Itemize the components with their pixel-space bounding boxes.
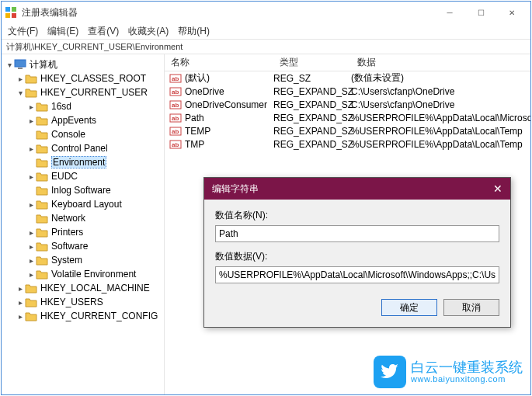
svg-text:ab: ab — [172, 75, 179, 82]
svg-rect-1 — [12, 7, 16, 12]
value-data-input[interactable] — [215, 266, 499, 283]
value-type: REG_SZ — [273, 73, 351, 84]
close-icon[interactable]: ✕ — [493, 182, 502, 195]
tree-pane[interactable]: ▾ 计算机 ▸HKEY_CLASSES_ROOT ▾HKEY_CURRENT_U… — [2, 54, 165, 394]
tree-label: HKEY_LOCAL_MACHINE — [40, 283, 150, 294]
svg-rect-5 — [18, 68, 23, 69]
chevron-right-icon[interactable]: ▸ — [26, 270, 36, 279]
ok-button[interactable]: 确定 — [381, 299, 437, 316]
chevron-right-icon[interactable]: ▸ — [26, 200, 36, 209]
value-name-input[interactable] — [215, 225, 499, 242]
value-type: REG_EXPAND_SZ — [273, 113, 351, 123]
chevron-right-icon[interactable]: ▸ — [26, 228, 36, 237]
tree-hklm[interactable]: ▸HKEY_LOCAL_MACHINE — [3, 281, 162, 295]
tree-item[interactable]: ▸Keyboard Layout — [3, 197, 162, 211]
chevron-right-icon[interactable]: ▸ — [26, 116, 36, 125]
value-data: %USERPROFILE%\AppData\Local\Temp — [351, 126, 530, 137]
chevron-right-icon[interactable]: ▸ — [26, 172, 36, 181]
value-data: C:\Users\cfanp\OneDrive — [351, 86, 530, 97]
tree-label: Network — [51, 213, 85, 224]
value-type: REG_EXPAND_SZ — [273, 126, 351, 137]
tree-label: 16sd — [51, 101, 71, 112]
list-row[interactable]: abTEMPREG_EXPAND_SZ%USERPROFILE%\AppData… — [165, 124, 530, 137]
folder-icon — [36, 227, 48, 238]
address-bar[interactable]: 计算机\HKEY_CURRENT_USER\Environment — [2, 39, 530, 54]
close-button[interactable]: ✕ — [496, 2, 527, 23]
list-row[interactable]: abOneDriveConsumerREG_EXPAND_SZC:\Users\… — [165, 98, 530, 111]
value-data: (数值未设置) — [351, 71, 530, 85]
menu-view[interactable]: 查看(V) — [85, 25, 122, 38]
tree-item[interactable]: Network — [3, 211, 162, 225]
tree-item[interactable]: ▸Volatile Environment — [3, 267, 162, 281]
tree-item[interactable]: ▸Control Panel — [3, 141, 162, 155]
value-data: %USERPROFILE%\AppData\Local\Temp — [351, 139, 530, 150]
tree-label: Printers — [51, 227, 83, 238]
tree-hkcu[interactable]: ▾HKEY_CURRENT_USER — [3, 85, 162, 99]
list-row[interactable]: ab(默认)REG_SZ(数值未设置) — [165, 71, 530, 85]
list-row[interactable]: abTMPREG_EXPAND_SZ%USERPROFILE%\AppData\… — [165, 137, 530, 151]
dialog-titlebar[interactable]: 编辑字符串 ✕ — [204, 178, 510, 200]
chevron-right-icon[interactable]: ▸ — [26, 144, 36, 153]
column-name[interactable]: 名称 — [165, 54, 273, 71]
value-type: REG_EXPAND_SZ — [273, 86, 351, 97]
tree-label: Volatile Environment — [51, 269, 136, 280]
tree-label: Environment — [51, 156, 106, 168]
maximize-button[interactable]: ☐ — [465, 2, 496, 23]
tree-hkcc[interactable]: ▸HKEY_CURRENT_CONFIG — [3, 309, 162, 323]
value-data: %USERPROFILE%\AppData\Local\Microsoft\..… — [351, 113, 530, 123]
value-name: OneDriveConsumer — [185, 99, 273, 110]
tree-label: HKEY_CLASSES_ROOT — [40, 73, 146, 84]
chevron-right-icon[interactable]: ▸ — [26, 256, 36, 265]
tree-label: Keyboard Layout — [51, 199, 122, 210]
folder-icon — [36, 269, 48, 280]
tree-hkcr[interactable]: ▸HKEY_CLASSES_ROOT — [3, 71, 162, 85]
column-data[interactable]: 数据 — [351, 54, 530, 71]
tree-item[interactable]: ▸Printers — [3, 225, 162, 239]
list-row[interactable]: abOneDriveREG_EXPAND_SZC:\Users\cfanp\On… — [165, 85, 530, 98]
chevron-right-icon[interactable]: ▸ — [26, 242, 36, 251]
tree-item[interactable]: ▸Software — [3, 239, 162, 253]
tree-label: HKEY_USERS — [40, 297, 103, 307]
string-value-icon: ab — [169, 99, 182, 110]
menu-favorites[interactable]: 收藏夹(A) — [125, 25, 172, 38]
folder-icon — [36, 255, 48, 266]
tree-item[interactable]: Inlog Software — [3, 183, 162, 197]
value-data-label: 数值数据(V): — [215, 250, 499, 263]
chevron-right-icon[interactable]: ▸ — [16, 312, 25, 321]
window-title: 注册表编辑器 — [22, 6, 434, 19]
tree-label: 计算机 — [30, 58, 57, 71]
chevron-right-icon[interactable]: ▸ — [16, 75, 25, 83]
watermark-brand: 白云一键重装系统 — [411, 360, 523, 375]
folder-icon — [36, 143, 48, 154]
menu-file[interactable]: 文件(F) — [5, 25, 41, 38]
menu-help[interactable]: 帮助(H) — [175, 25, 213, 38]
folder-icon — [36, 101, 48, 112]
tree-item[interactable]: Console — [3, 127, 162, 141]
tree-root[interactable]: ▾ 计算机 — [3, 57, 162, 71]
chevron-right-icon[interactable]: ▸ — [16, 284, 25, 293]
menu-edit[interactable]: 编辑(E) — [44, 25, 82, 38]
chevron-right-icon[interactable]: ▸ — [26, 102, 36, 111]
string-value-icon: ab — [169, 86, 182, 97]
tree-item[interactable]: ▸AppEvents — [3, 113, 162, 127]
list-row[interactable]: abPathREG_EXPAND_SZ%USERPROFILE%\AppData… — [165, 111, 530, 124]
tree-item[interactable]: ▸System — [3, 253, 162, 267]
chevron-down-icon[interactable]: ▾ — [5, 61, 14, 69]
value-type: REG_EXPAND_SZ — [273, 99, 351, 110]
chevron-down-icon[interactable]: ▾ — [16, 89, 25, 97]
value-name: TMP — [185, 139, 273, 150]
folder-icon — [36, 241, 48, 252]
app-icon — [5, 6, 17, 19]
cancel-button[interactable]: 取消 — [443, 299, 499, 316]
tree-hku[interactable]: ▸HKEY_USERS — [3, 295, 162, 309]
tree-item-environment[interactable]: Environment — [3, 155, 162, 169]
minimize-button[interactable]: ─ — [434, 2, 465, 23]
column-type[interactable]: 类型 — [273, 54, 351, 71]
tree-item[interactable]: ▸EUDC — [3, 169, 162, 183]
folder-icon — [25, 297, 37, 307]
tree-label: HKEY_CURRENT_CONFIG — [40, 311, 158, 321]
dialog-buttons: 确定 取消 — [204, 299, 510, 327]
tree-item[interactable]: ▸16sd — [3, 99, 162, 113]
list-header: 名称 类型 数据 — [165, 54, 530, 71]
chevron-right-icon[interactable]: ▸ — [16, 298, 25, 307]
